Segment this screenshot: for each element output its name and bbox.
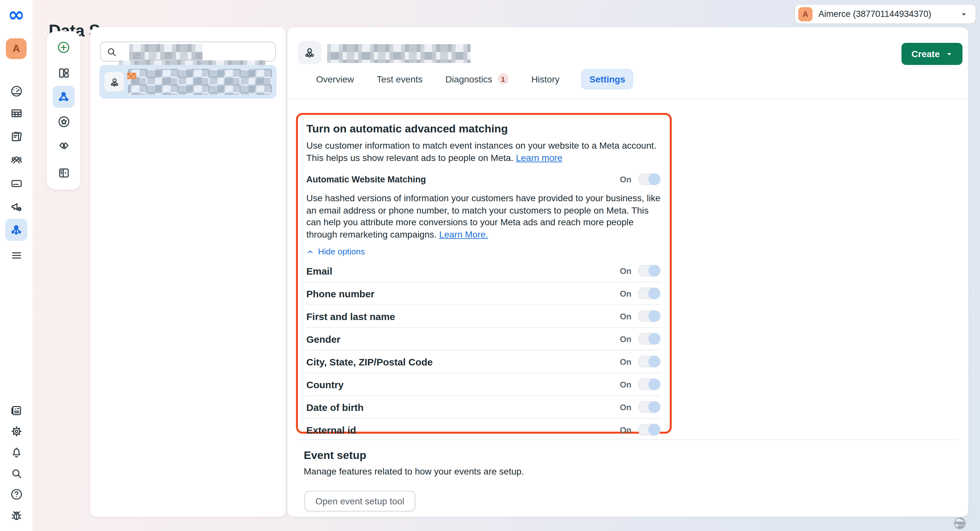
learn-more-link[interactable]: Learn more <box>516 152 562 163</box>
toggle-knob <box>648 401 660 413</box>
global-nav-rail: ∞ A <box>0 0 32 531</box>
redacted-item-text <box>128 69 272 95</box>
pages-icon[interactable] <box>5 125 27 147</box>
toggle-knob <box>648 356 660 367</box>
section-description: Use customer information to match event … <box>306 140 665 164</box>
events-manager-page: Data Sources A Aimerce (387701144934370)… <box>0 0 980 531</box>
tab-history[interactable]: History <box>530 69 561 89</box>
gender-toggle[interactable] <box>638 333 661 345</box>
globe-icon[interactable] <box>952 515 968 531</box>
phone-number-toggle[interactable] <box>638 287 661 299</box>
notifications-bell-icon[interactable] <box>5 442 27 464</box>
settings-gear-icon[interactable] <box>5 420 27 442</box>
data-sources-list-panel <box>90 27 286 517</box>
row-country: Country On <box>306 373 661 395</box>
create-button[interactable]: Create <box>902 43 963 65</box>
account-selector[interactable]: A Aimerce (387701144934370) <box>794 4 976 24</box>
handshake-icon[interactable] <box>52 134 75 156</box>
add-circle-icon[interactable] <box>52 37 75 58</box>
data-source-detail-panel: Create Overview Test events Diagnostics … <box>288 27 968 517</box>
toggle-knob <box>648 333 660 345</box>
redaction-artifact <box>127 73 136 79</box>
external-id-toggle[interactable] <box>638 424 661 435</box>
email-toggle[interactable] <box>638 265 661 276</box>
diagnostics-count-badge: 1 <box>498 73 509 85</box>
tab-overview[interactable]: Overview <box>315 69 355 89</box>
data-sources-toolbar <box>47 31 81 190</box>
connections-network-icon[interactable] <box>52 86 75 108</box>
toggle-knob <box>648 424 660 435</box>
layout-columns-icon[interactable] <box>52 62 75 84</box>
row-date-of-birth: Date of birth On <box>306 395 661 418</box>
row-first-last-name: First and last name On <box>306 305 661 327</box>
section-divider <box>298 440 958 440</box>
search-box[interactable] <box>100 41 276 62</box>
data-table-icon[interactable] <box>5 102 27 124</box>
hide-options-link[interactable]: Hide options <box>306 247 365 257</box>
toggle-knob <box>648 173 660 185</box>
account-label: Aimerce (387701144934370) <box>818 9 954 19</box>
automatic-website-matching-toggle[interactable] <box>638 173 661 185</box>
row-label: Automatic Website Matching <box>306 174 426 184</box>
detail-header: Create Overview Test events Diagnostics … <box>288 27 968 99</box>
toggle-knob <box>648 378 660 390</box>
section-title: Turn on automatic advanced matching <box>306 123 661 136</box>
gauge-icon[interactable] <box>5 80 27 102</box>
tab-test-events[interactable]: Test events <box>375 69 424 89</box>
ads-megaphone-icon[interactable] <box>5 195 27 217</box>
toggle-state-label: On <box>620 174 632 184</box>
news-page-icon[interactable] <box>5 399 27 421</box>
redacted-source-name <box>327 44 471 63</box>
date-of-birth-toggle[interactable] <box>638 401 661 413</box>
create-label: Create <box>912 49 940 59</box>
audiences-icon[interactable] <box>5 149 27 171</box>
events-network-icon[interactable] <box>5 219 27 241</box>
row-phone-number: Phone number On <box>306 282 661 305</box>
caret-down-icon <box>946 50 953 57</box>
event-setup-description: Manage features related to how your even… <box>304 466 524 477</box>
redacted-search-text <box>129 44 202 61</box>
bug-report-icon[interactable] <box>5 504 27 526</box>
network-icon <box>298 41 321 64</box>
billing-card-icon[interactable] <box>5 172 27 194</box>
matching-parameter-rows: Email On Phone number On First and last … <box>306 260 661 441</box>
row-gender: Gender On <box>306 327 661 350</box>
toggle-knob <box>648 287 660 299</box>
row-city-state-zip: City, State, ZIP/Postal Code On <box>306 350 661 373</box>
automatic-advanced-matching-section: Turn on automatic advanced matching Use … <box>296 113 672 434</box>
toggle-knob <box>648 265 660 276</box>
row-email: Email On <box>306 260 661 282</box>
first-last-name-toggle[interactable] <box>638 310 661 322</box>
open-event-setup-tool-button[interactable]: Open event setup tool <box>304 491 415 512</box>
search-icon[interactable] <box>5 462 27 484</box>
row-external-id: External id On <box>306 418 661 441</box>
network-icon <box>105 72 124 91</box>
help-icon[interactable] <box>5 483 27 505</box>
automatic-website-matching-row: Automatic Website Matching On <box>306 173 661 186</box>
country-toggle[interactable] <box>638 378 661 390</box>
chevron-up-icon <box>306 248 314 255</box>
matching-details: Use hashed versions of information your … <box>306 192 665 240</box>
data-source-list-item-selected[interactable] <box>99 65 277 99</box>
caret-down-icon <box>960 10 968 18</box>
search-icon <box>106 46 118 57</box>
side-panel-icon[interactable] <box>52 162 75 184</box>
tab-diagnostics[interactable]: Diagnostics 1 <box>444 68 510 89</box>
event-setup-title: Event setup <box>304 449 366 462</box>
city-state-zip-toggle[interactable] <box>638 356 661 367</box>
business-avatar[interactable]: A <box>6 38 27 59</box>
learn-more-link-2[interactable]: Learn More. <box>439 229 488 239</box>
star-circle-icon[interactable] <box>52 110 75 132</box>
meta-logo[interactable]: ∞ <box>0 1 32 27</box>
toggle-knob <box>648 310 660 322</box>
all-tools-menu-icon[interactable] <box>5 244 27 266</box>
account-avatar: A <box>798 7 813 21</box>
tab-settings[interactable]: Settings <box>581 69 633 89</box>
detail-tabs: Overview Test events Diagnostics 1 Histo… <box>315 68 634 89</box>
